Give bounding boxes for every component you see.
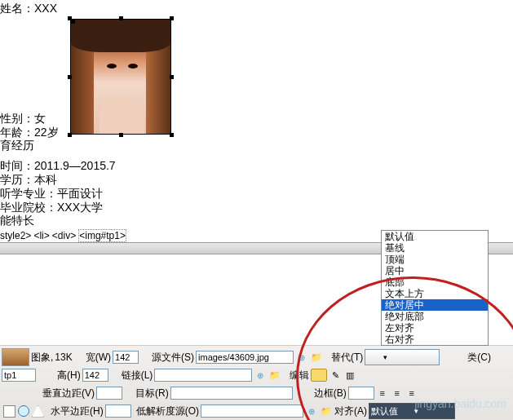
- border-label: 边框(B): [314, 387, 347, 400]
- lowsrc-label: 低解析度源(O): [136, 405, 199, 418]
- align-opt-texttop[interactable]: 文本上方: [382, 288, 488, 299]
- align-opt-default[interactable]: 默认值: [382, 231, 488, 242]
- border-input[interactable]: [348, 387, 374, 400]
- name-label: 姓名：: [0, 2, 34, 15]
- edit-label: 编辑: [290, 369, 309, 382]
- align-combo-value: 默认值: [371, 405, 398, 418]
- width-input[interactable]: [113, 351, 139, 364]
- watermark: jingyan.baidu.com: [414, 397, 506, 410]
- align-label: 对齐(A): [334, 405, 367, 418]
- link-point-icon[interactable]: ⊕: [254, 369, 267, 382]
- align-opt-bottom[interactable]: 底部: [382, 276, 488, 288]
- edit-app-icon[interactable]: [311, 369, 327, 382]
- degree-label: 学历：: [0, 173, 34, 186]
- crumb-style2[interactable]: style2>: [0, 230, 31, 241]
- age-value: 22岁: [34, 126, 59, 139]
- map-circle-icon[interactable]: [18, 405, 29, 417]
- width-label: 宽(W): [86, 351, 111, 365]
- map-poly-icon[interactable]: [32, 405, 44, 418]
- align-opt-middle[interactable]: 居中: [382, 265, 488, 276]
- point-to-file-icon[interactable]: ⊕: [295, 351, 308, 364]
- height-label: 高(H): [57, 369, 81, 382]
- crumb-li[interactable]: <li>: [33, 230, 49, 241]
- school-label: 毕业院校：: [0, 201, 57, 214]
- name-value: XXX: [34, 2, 57, 15]
- align-opt-absmiddle[interactable]: 绝对居中: [382, 299, 488, 311]
- time-label: 时间：: [0, 159, 34, 172]
- lowsrc-point-icon[interactable]: ⊕: [305, 405, 318, 418]
- crumb-img[interactable]: <img#tp1>: [78, 229, 126, 242]
- map-rect-icon[interactable]: [3, 405, 15, 418]
- height-input[interactable]: [82, 369, 108, 382]
- time-value: 2011.9—2015.7: [34, 159, 116, 172]
- crumb-div[interactable]: <div>: [52, 230, 76, 241]
- src-label: 源文件(S): [152, 351, 194, 365]
- vspace-label: 垂直边距(V): [42, 387, 95, 400]
- major-value: 平面设计: [57, 187, 103, 200]
- vspace-input[interactable]: [96, 387, 122, 400]
- id-input[interactable]: [2, 369, 36, 382]
- align-dropdown-list[interactable]: 默认值 基线 顶端 居中 底部 文本上方 绝对居中 绝对底部 左对齐 右对齐: [381, 230, 489, 346]
- hspace-label: 水平边距(H): [51, 405, 104, 418]
- align-left-icon[interactable]: ≡: [376, 387, 389, 400]
- align-opt-absbottom[interactable]: 绝对底部: [382, 311, 488, 322]
- link-input[interactable]: [154, 369, 252, 382]
- profile-photo[interactable]: [70, 19, 171, 135]
- link-folder-icon[interactable]: 📁: [268, 369, 281, 382]
- lowsrc-folder-icon[interactable]: 📁: [320, 405, 333, 418]
- section-skill: 能特长: [0, 214, 513, 228]
- alt-combo[interactable]: [365, 349, 440, 365]
- gender-value: 女: [34, 112, 46, 125]
- section-education: 育经历: [0, 139, 513, 153]
- properties-panel: 默认值 基线 顶端 居中 底部 文本上方 绝对居中 绝对底部 左对齐 右对齐 图…: [0, 345, 513, 420]
- align-opt-top[interactable]: 顶端: [382, 254, 488, 265]
- target-input[interactable]: [170, 387, 293, 400]
- gender-label: 性别：: [0, 112, 34, 125]
- edit-tool-1-icon[interactable]: ✎: [329, 369, 342, 382]
- align-opt-left[interactable]: 左对齐: [382, 322, 488, 334]
- align-opt-baseline[interactable]: 基线: [382, 242, 488, 254]
- link-label: 链接(L): [122, 369, 153, 382]
- degree-value: 本科: [34, 173, 57, 186]
- age-label: 年龄：: [0, 126, 34, 139]
- src-input[interactable]: [196, 351, 294, 364]
- school-value: XXX大学: [57, 201, 103, 214]
- lowsrc-input[interactable]: [201, 405, 303, 418]
- target-label: 目标(R): [135, 387, 169, 400]
- browse-folder-icon[interactable]: 📁: [310, 351, 323, 364]
- image-size: 13K: [55, 351, 72, 363]
- edit-tool-2-icon[interactable]: ▥: [343, 369, 356, 382]
- class-label: 类(C): [467, 351, 491, 365]
- major-label: 听学专业：: [0, 187, 57, 200]
- hspace-input[interactable]: [105, 405, 131, 418]
- align-opt-right[interactable]: 右对齐: [382, 334, 488, 345]
- align-center-icon[interactable]: ≡: [391, 387, 404, 400]
- image-thumbnail[interactable]: [2, 348, 29, 366]
- image-label: 图象,: [31, 351, 53, 365]
- alt-label: 替代(T): [331, 351, 363, 365]
